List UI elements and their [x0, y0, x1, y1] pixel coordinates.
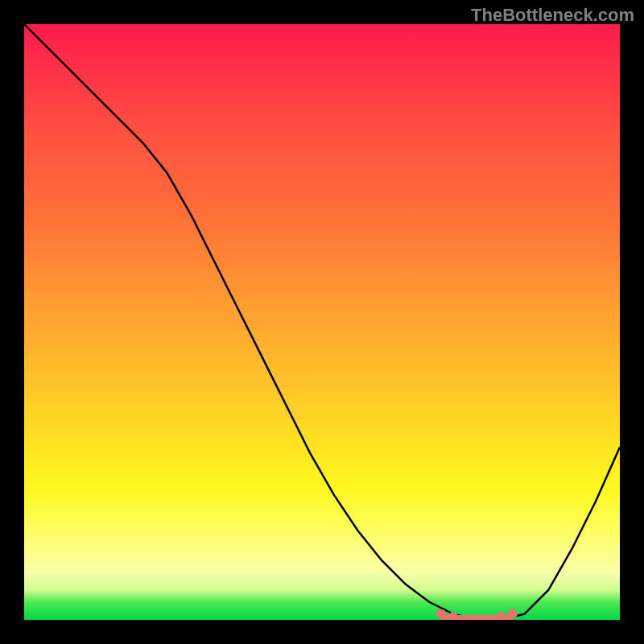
plot-area	[24, 24, 620, 620]
curve-line	[24, 24, 620, 620]
chart-container: TheBottleneck.com	[0, 0, 644, 644]
watermark-text: TheBottleneck.com	[471, 5, 634, 26]
valley-bar	[441, 615, 513, 620]
chart-svg	[24, 24, 620, 620]
